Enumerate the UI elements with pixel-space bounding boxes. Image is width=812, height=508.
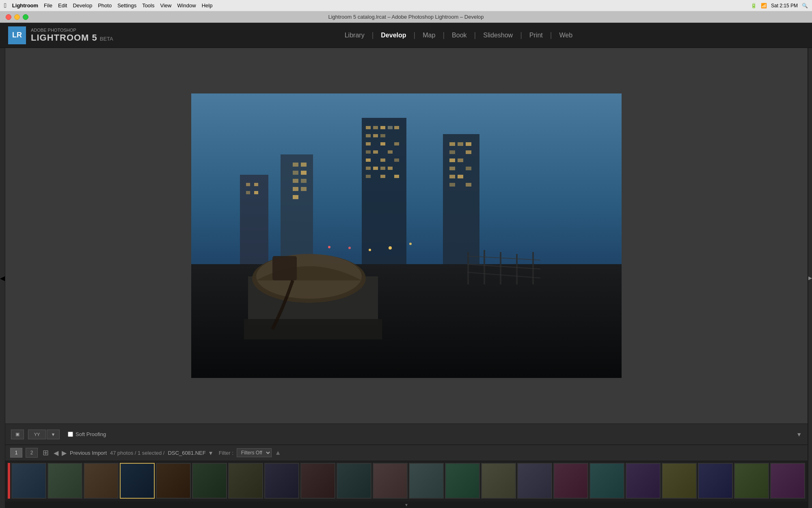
svg-rect-22 xyxy=(388,167,393,170)
photo-toolbar: ▣ YY ▼ Soft Proofing ▼ xyxy=(5,423,808,445)
svg-rect-17 xyxy=(380,158,385,162)
film-thumb-21[interactable] xyxy=(770,463,805,499)
mac-menubar:  Lightroom File Edit Develop Photo Sett… xyxy=(0,0,812,11)
photo-count: 47 photos / 1 selected / xyxy=(110,450,164,456)
svg-rect-25 xyxy=(394,175,399,178)
filename-arrow-icon[interactable]: ▾ xyxy=(209,449,212,457)
toolbar-expand-button[interactable]: ▼ xyxy=(796,431,802,438)
next-arrow[interactable]: ▶ xyxy=(62,449,67,457)
menu-help[interactable]: Help xyxy=(202,2,213,9)
right-arrow-icon: ▶ xyxy=(808,275,812,281)
main-nav: Library | Develop | Map | Book | Slidesh… xyxy=(113,31,804,39)
bottom-arrow-icon[interactable]: ▼ xyxy=(404,503,408,507)
film-thumb-8[interactable] xyxy=(300,463,335,499)
battery-icon: 🔋 xyxy=(751,3,757,9)
film-thumb-11[interactable] xyxy=(409,463,444,499)
filmstrip-area: 1 2 ⊞ ◀ ▶ Previous Import 47 photos / 1 … xyxy=(5,445,808,501)
menu-tools[interactable]: Tools xyxy=(142,2,154,9)
menu-window[interactable]: Window xyxy=(177,2,196,9)
svg-rect-49 xyxy=(466,183,471,187)
grid-view-icon[interactable]: ⊞ xyxy=(41,448,50,457)
svg-rect-10 xyxy=(366,142,371,145)
apple-menu[interactable]:  xyxy=(4,2,6,9)
film-thumb-18[interactable] xyxy=(662,463,697,499)
svg-rect-16 xyxy=(366,158,371,162)
filename[interactable]: DSC_6081.NEF xyxy=(168,450,205,456)
film-thumb-16[interactable] xyxy=(590,463,624,499)
film-thumb-13[interactable] xyxy=(481,463,516,499)
svg-rect-19 xyxy=(366,167,371,170)
nav-map[interactable]: Map xyxy=(415,32,443,39)
filmstrip-toolbar: 1 2 ⊞ ◀ ▶ Previous Import 47 photos / 1 … xyxy=(5,445,808,460)
soft-proofing-area: Soft Proofing xyxy=(68,431,106,437)
film-thumb-17[interactable] xyxy=(626,463,661,499)
svg-rect-41 xyxy=(466,150,471,154)
svg-rect-5 xyxy=(388,126,393,129)
film-thumb-7[interactable] xyxy=(264,463,299,499)
nav-library[interactable]: Library xyxy=(337,32,372,39)
close-button[interactable] xyxy=(6,14,11,20)
filmstrip-expand-icon[interactable]: ▲ xyxy=(275,449,281,456)
nav-slideshow[interactable]: Slideshow xyxy=(476,32,520,39)
flag-dropdown[interactable]: ▼ xyxy=(47,430,60,439)
minimize-button[interactable] xyxy=(14,14,20,20)
film-thumb-6[interactable] xyxy=(228,463,263,499)
svg-rect-63 xyxy=(500,252,501,284)
film-thumb-1[interactable] xyxy=(48,463,82,499)
svg-rect-8 xyxy=(373,134,378,137)
photo-svg xyxy=(191,93,622,378)
film-thumb-5[interactable] xyxy=(192,463,227,499)
film-thumb-10[interactable] xyxy=(373,463,408,499)
svg-rect-9 xyxy=(380,134,385,137)
filter-select[interactable]: Filters Off xyxy=(237,448,272,457)
nav-develop[interactable]: Develop xyxy=(374,32,413,39)
svg-rect-2 xyxy=(366,126,371,129)
soft-proofing-checkbox[interactable] xyxy=(68,432,73,437)
svg-rect-44 xyxy=(449,167,455,170)
menu-lightroom[interactable]: Lightroom xyxy=(12,2,38,9)
filmstrip-tab-1[interactable]: 1 xyxy=(10,448,22,458)
svg-rect-33 xyxy=(293,187,298,191)
nav-book[interactable]: Book xyxy=(445,32,474,39)
svg-rect-18 xyxy=(394,158,399,162)
traffic-lights xyxy=(6,14,28,20)
svg-rect-24 xyxy=(380,175,385,178)
film-thumb-15[interactable] xyxy=(553,463,588,499)
right-panel-toggle[interactable]: ▶ xyxy=(808,48,812,508)
main-layout: ◀ xyxy=(0,48,812,508)
svg-rect-4 xyxy=(380,126,385,129)
film-thumb-19[interactable] xyxy=(698,463,733,499)
film-thumb-20[interactable] xyxy=(734,463,769,499)
nav-print[interactable]: Print xyxy=(522,32,550,39)
menu-develop[interactable]: Develop xyxy=(73,2,92,9)
filter-label: Filter : xyxy=(219,450,233,456)
center-area: ▣ YY ▼ Soft Proofing ▼ 1 2 ⊞ ◀ ▶ Previou… xyxy=(5,48,808,508)
menubar-right: 🔋 📶 Sat 2:15 PM 🔍 xyxy=(751,3,808,9)
menu-settings[interactable]: Settings xyxy=(117,2,136,9)
svg-rect-42 xyxy=(449,158,455,162)
filmstrip-tab-2[interactable]: 2 xyxy=(26,448,38,458)
film-thumb-3[interactable] xyxy=(120,463,155,499)
svg-rect-34 xyxy=(301,187,307,191)
menu-view[interactable]: View xyxy=(160,2,172,9)
svg-rect-52 xyxy=(254,183,258,186)
film-thumb-2[interactable] xyxy=(84,463,119,499)
nav-web[interactable]: Web xyxy=(552,32,580,39)
film-thumb-0[interactable] xyxy=(11,463,46,499)
search-icon[interactable]: 🔍 xyxy=(802,3,808,9)
prev-arrow[interactable]: ◀ xyxy=(54,449,58,457)
flag-button-yy[interactable]: YY xyxy=(28,430,46,439)
loupe-view-button[interactable]: ▣ xyxy=(11,430,24,439)
maximize-button[interactable] xyxy=(23,14,28,20)
film-thumb-14[interactable] xyxy=(517,463,552,499)
svg-rect-21 xyxy=(380,167,385,170)
left-arrow-icon: ◀ xyxy=(0,274,5,282)
film-thumb-4[interactable] xyxy=(156,463,191,499)
menu-file[interactable]: File xyxy=(44,2,52,9)
film-thumb-9[interactable] xyxy=(337,463,371,499)
menu-edit[interactable]: Edit xyxy=(58,2,67,9)
svg-rect-54 xyxy=(254,191,258,194)
menu-photo[interactable]: Photo xyxy=(98,2,112,9)
film-thumb-12[interactable] xyxy=(445,463,480,499)
left-panel-toggle[interactable]: ◀ xyxy=(0,48,5,508)
